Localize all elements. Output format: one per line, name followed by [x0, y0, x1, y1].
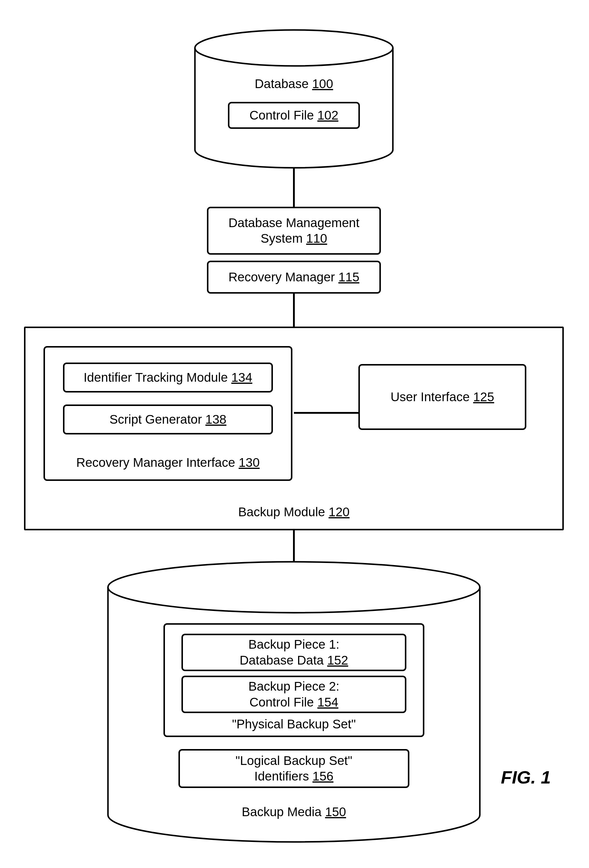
recovery-manager-box: Recovery Manager 115 — [207, 261, 381, 294]
connector-bm-media — [293, 530, 295, 562]
rmi-title: Recovery Manager Interface 130 — [45, 455, 291, 471]
recovery-manager-interface-box: Identifier Tracking Module 134 Script Ge… — [43, 346, 292, 481]
database-title: Database 100 — [192, 75, 396, 93]
backup-media-title: Backup Media 150 — [105, 803, 483, 821]
connector-rm-bm — [293, 294, 295, 326]
database-cylinder — [192, 27, 396, 171]
backup-module-box: Identifier Tracking Module 134 Script Ge… — [24, 326, 564, 530]
control-file-box: Control File 102 — [228, 102, 360, 129]
backup-piece-2-box: Backup Piece 2: Control File 154 — [181, 676, 406, 713]
figure-caption: FIG. 1 — [501, 767, 551, 788]
diagram-canvas: Database 100 Control File 102 Database M… — [0, 0, 589, 868]
connector-db-dbms — [293, 168, 295, 207]
identifier-tracking-box: Identifier Tracking Module 134 — [63, 363, 273, 393]
backup-piece-1-box: Backup Piece 1: Database Data 152 — [181, 634, 406, 671]
physical-backup-set-box: Backup Piece 1: Database Data 152 Backup… — [163, 623, 424, 737]
script-generator-box: Script Generator 138 — [63, 404, 273, 434]
dbms-box: Database Management System 110 — [207, 207, 381, 255]
logical-backup-set-box: "Logical Backup Set" Identifiers 156 — [178, 749, 409, 788]
svg-point-1 — [108, 562, 480, 613]
backup-module-title: Backup Module 120 — [25, 504, 562, 520]
physical-backup-set-title: "Physical Backup Set" — [165, 716, 423, 732]
svg-point-0 — [195, 30, 393, 66]
connector-rmi-ui — [294, 412, 358, 414]
user-interface-box: User Interface 125 — [358, 364, 526, 430]
